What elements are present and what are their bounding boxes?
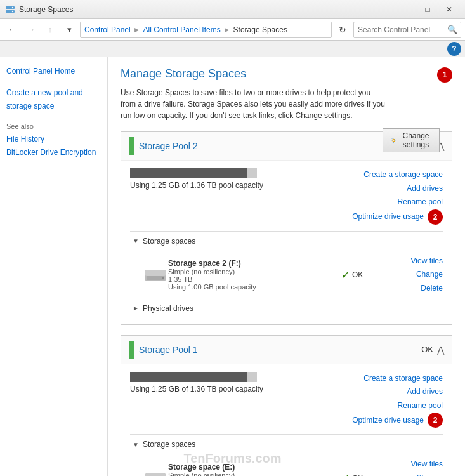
- drive-icon-2: [143, 470, 168, 476]
- pool-1-rename-pool-link[interactable]: Rename pool: [352, 399, 443, 413]
- pool-2-delete-link[interactable]: Delete: [392, 282, 443, 296]
- pool-1-spaces-header[interactable]: ▼ Storage spaces: [130, 440, 443, 449]
- pool-2-usage-fill: [130, 168, 247, 178]
- pool-2-view-files-link[interactable]: View files: [392, 255, 443, 268]
- pool-1-add-drives-link[interactable]: Add drives: [352, 385, 443, 399]
- pool-2-space-size: 1.35 TB: [168, 275, 341, 283]
- sidebar-control-panel-home[interactable]: Control Panel Home: [6, 65, 101, 77]
- pool-2-usage-bar: [130, 168, 257, 178]
- sidebar-file-history[interactable]: File History: [6, 133, 101, 145]
- ok-checkmark-icon-2: ✓: [341, 472, 350, 476]
- pool-1-optimize-link[interactable]: Optimize drive usage: [352, 414, 424, 428]
- pool-1-view-files-link[interactable]: View files: [392, 458, 443, 472]
- pool-1-space-item: Storage space (E:) Simple (no resiliency…: [143, 454, 443, 476]
- sidebar-see-also: See also File History BitLocker Drive En…: [6, 122, 101, 159]
- minimize-button[interactable]: —: [395, 1, 417, 18]
- svg-point-8: [162, 277, 164, 279]
- pool-2-indicator: [129, 137, 134, 155]
- pool-2-rename-pool-link[interactable]: Rename pool: [352, 195, 443, 209]
- pool-2-space-type: Simple (no resiliency): [168, 268, 341, 275]
- pool-2-optimize-link[interactable]: Optimize drive usage: [352, 210, 424, 224]
- pool-1-body: Using 1.25 GB of 1.36 TB pool capacity C…: [121, 364, 452, 476]
- pool-2-change-link[interactable]: Change: [392, 268, 443, 282]
- pool-2-space-item: Storage space 2 (F:) Simple (no resilien…: [143, 251, 443, 300]
- pool-1-usage-fill: [130, 372, 247, 382]
- pool-2-spaces-header[interactable]: ▼ Storage spaces: [130, 237, 443, 246]
- pool-2-space-name: Storage space 2 (F:): [168, 259, 341, 268]
- sidebar-create-pool[interactable]: Create a new pool and storage space: [6, 86, 101, 112]
- help-area: ?: [0, 41, 465, 57]
- search-input[interactable]: [353, 22, 461, 38]
- pool-2-phys-label: Physical drives: [143, 304, 193, 313]
- svg-point-3: [12, 10, 13, 11]
- pool-1-header: Storage Pool 1 OK ⋀: [121, 336, 452, 364]
- pool-2-spaces-arrow: ▼: [133, 237, 139, 244]
- callout-2-pool1: 2: [428, 413, 443, 428]
- svg-point-2: [12, 6, 13, 8]
- drive-icon: [143, 266, 168, 284]
- pool-1-status: OK: [421, 345, 433, 354]
- svg-point-4: [393, 139, 395, 141]
- pool-card-1: Storage Pool 1 OK ⋀ Using 1.25 GB of 1.3: [121, 335, 452, 476]
- pool-2-actions: Create a storage space Add drives Rename…: [352, 168, 443, 225]
- content-inner: Manage Storage Spaces Use Storage Spaces…: [121, 67, 452, 476]
- sidebar: Control Panel Home Create a new pool and…: [0, 57, 108, 476]
- pool-2-space-capacity: Using 1.00 GB pool capacity: [168, 283, 341, 291]
- pool-2-physical-drives[interactable]: ► Physical drives: [130, 300, 443, 317]
- breadcrumb-control-panel[interactable]: Control Panel: [84, 25, 131, 34]
- svg-rect-6: [145, 270, 166, 276]
- breadcrumb-all-items[interactable]: All Control Panel Items: [143, 25, 221, 34]
- pool-1-actions: Create a storage space Add drives Rename…: [352, 372, 443, 428]
- content-area: Manage Storage Spaces Use Storage Spaces…: [108, 57, 465, 476]
- refresh-button[interactable]: ↻: [334, 22, 351, 38]
- breadcrumb: Control Panel ► All Control Panel Items …: [80, 22, 332, 38]
- title-bar: Storage Spaces — □ ✕: [0, 0, 465, 19]
- address-bar: ← → ↑ ▾ Control Panel ► All Control Pane…: [0, 19, 465, 41]
- callout-2-pool2: 2: [428, 209, 443, 225]
- sidebar-bitlocker[interactable]: BitLocker Drive Encryption: [6, 146, 101, 159]
- back-button[interactable]: ←: [4, 22, 20, 38]
- pool-1-space-status: ✓ OK: [341, 472, 392, 476]
- pool-1-space-links: View files Change Delete: [392, 458, 443, 476]
- pool-2-space-status: ✓ OK: [341, 269, 392, 281]
- pool-2-space-details: Storage space 2 (F:) Simple (no resilien…: [168, 259, 341, 291]
- pool-1-collapse-button[interactable]: ⋀: [437, 345, 444, 355]
- pool-1-usage-bar: [130, 372, 257, 382]
- pool-2-name: Storage Pool 2: [139, 141, 198, 151]
- callout-1: 1: [437, 67, 452, 83]
- pool-2-phys-arrow: ►: [133, 305, 139, 312]
- forward-button[interactable]: →: [23, 22, 39, 38]
- svg-rect-7: [147, 276, 164, 280]
- pool-1-change-link[interactable]: Change: [392, 472, 443, 476]
- close-button[interactable]: ✕: [438, 1, 460, 18]
- pool-2-spaces-label: Storage spaces: [143, 237, 195, 246]
- page-title: Manage Storage Spaces: [121, 67, 452, 81]
- recent-button[interactable]: ▾: [61, 22, 77, 38]
- up-button[interactable]: ↑: [42, 22, 58, 38]
- pool-2-space-links: View files Change Delete: [392, 255, 443, 296]
- maximize-button[interactable]: □: [417, 1, 438, 18]
- pool-card-2: Storage Pool 2 OK ⋀ Using 1.25 GB of 1.3: [121, 131, 452, 325]
- sidebar-see-also-title: See also: [6, 122, 101, 130]
- pool-2-add-drives-link[interactable]: Add drives: [352, 182, 443, 196]
- pool-1-space-name: Storage space (E:): [168, 463, 341, 472]
- pool-1-indicator: [129, 341, 134, 359]
- pool-1-spaces-arrow: ▼: [133, 441, 139, 448]
- header-area: Manage Storage Spaces Use Storage Spaces…: [121, 67, 452, 121]
- help-button[interactable]: ?: [447, 42, 461, 56]
- pool-2-create-space-link[interactable]: Create a storage space: [352, 168, 443, 182]
- pool-2-body: Using 1.25 GB of 1.36 TB pool capacity C…: [121, 161, 452, 324]
- pool-2-usage-text: Using 1.25 GB of 1.36 TB pool capacity: [130, 181, 352, 190]
- change-settings-label: Change settings: [400, 131, 431, 149]
- pool-2-space-status-text: OK: [352, 270, 363, 279]
- pool-1-create-space-link[interactable]: Create a storage space: [352, 372, 443, 386]
- description-text: Use Storage Spaces to save files to two …: [121, 87, 387, 121]
- pool-1-usage-text: Using 1.25 GB of 1.36 TB pool capacity: [130, 385, 352, 393]
- pool-1-space-details: Storage space (E:) Simple (no resiliency…: [168, 463, 341, 476]
- pool-1-spaces-label: Storage spaces: [143, 440, 195, 449]
- ok-checkmark-icon: ✓: [341, 269, 350, 281]
- title-controls: — □ ✕: [395, 1, 460, 18]
- title-text: Storage Spaces: [19, 5, 73, 14]
- change-settings-button[interactable]: Change settings: [383, 128, 440, 152]
- main-layout: Control Panel Home Create a new pool and…: [0, 57, 465, 476]
